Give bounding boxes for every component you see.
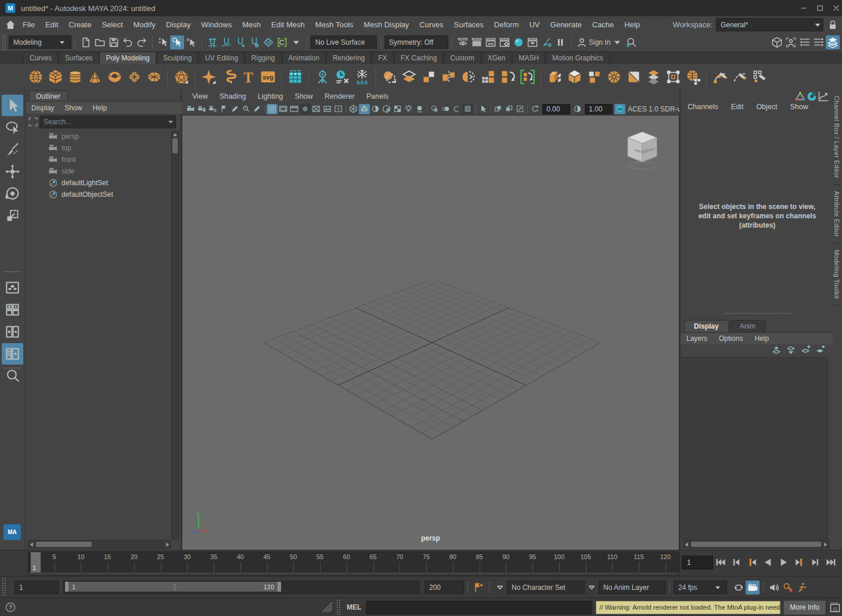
exposure-icon[interactable] [530,104,541,114]
side-tab-attribute-editor[interactable]: Attribute Editor [833,185,841,244]
film-gate-icon[interactable] [278,104,289,114]
multi-cut-button[interactable] [517,67,537,88]
shelf-tab-surfaces[interactable]: Surfaces [59,52,99,64]
select-component-button[interactable] [184,35,198,49]
extrude-button[interactable] [545,67,564,88]
layer-hscroll-thumb[interactable] [691,542,821,547]
wireframe-icon[interactable] [348,104,359,114]
render-settings-button[interactable] [498,35,512,49]
viewport-panel[interactable]: ViewShadingLightingShowRendererPanels T … [182,90,678,550]
layer-tab-display[interactable]: Display [684,320,729,333]
make-live-button[interactable] [275,35,289,49]
step-forward-key-button[interactable] [791,554,807,570]
user-avatar[interactable]: MA [3,524,21,540]
motion-blur-icon[interactable] [440,104,451,114]
crop-region-icon[interactable] [514,104,526,114]
boolean-union-button[interactable] [379,67,399,88]
poly-cone-button[interactable] [85,67,105,88]
anim-layer-field[interactable]: No Anim Layer [599,581,666,594]
cached-playback-icon[interactable] [806,91,818,102]
out-scroll-up-icon[interactable] [172,131,178,138]
mirror-button[interactable] [458,67,478,88]
snap-projected-center-button[interactable] [247,35,261,49]
poly-cube-button[interactable] [45,67,65,88]
use-lights-icon[interactable] [403,104,414,114]
menu-help[interactable]: Help [619,16,645,33]
wireframe-on-shaded-icon[interactable] [381,104,392,114]
current-frame-marker[interactable]: 1 [31,552,41,575]
paint-select-tool-button[interactable] [2,139,23,160]
layer-menu-help[interactable]: Help [754,334,769,343]
shadows-icon[interactable] [414,104,425,114]
hud-icon[interactable]: T [333,104,344,114]
xray-icon[interactable] [492,104,503,114]
layer-tab-anim[interactable]: Anim [730,320,765,333]
outliner-vscroll-thumb[interactable] [172,138,178,153]
command-grip[interactable] [336,599,340,615]
gamma-field[interactable]: 1.00 [585,104,613,114]
resolution-gate-icon[interactable] [289,104,300,114]
character-set-field[interactable]: No Character Set [507,581,585,594]
bridge-button[interactable] [584,67,604,88]
view-cube[interactable]: FRONT RIGHT [622,128,663,171]
anim-preferences-icon[interactable] [795,581,809,595]
outliner-item-top[interactable]: top [26,142,172,154]
range-track[interactable]: 1 120 [63,581,420,594]
extract-button[interactable] [438,67,458,88]
outliner-item-defaultLightSet[interactable]: defaultLightSet [26,177,172,189]
sweep-mesh-button[interactable] [199,67,218,88]
speaker-icon[interactable] [767,581,781,595]
select-hierarchy-button[interactable] [156,35,170,49]
shelf-tab-xgen[interactable]: XGen [481,52,512,64]
select-object-button[interactable] [170,35,184,49]
freeze-transform-button[interactable]: 0,0,0 [352,67,372,88]
step-back-key-button[interactable] [744,554,760,570]
layer-hscrollbar[interactable] [683,540,829,549]
outliner-vscrollbar[interactable] [171,131,179,539]
type-tool-button[interactable]: T [238,67,258,88]
outliner-expand-icon[interactable] [27,116,39,128]
channel-box-toggle-button[interactable] [798,35,812,49]
undo-button[interactable] [121,35,135,49]
colorspace-value[interactable]: ACES 1.0 SDR-v [628,105,681,113]
flat-shade-icon[interactable] [370,104,381,114]
menu-create[interactable]: Create [63,16,96,33]
symmetry-field[interactable]: Symmetry: Off [384,35,448,49]
step-forward-frame-button[interactable] [807,554,823,570]
more-info-button[interactable]: More Info [783,600,826,615]
poly-cylinder-button[interactable] [65,67,85,88]
lasso-tool-button[interactable] [2,117,23,138]
side-tab-channel-box-layer-editor[interactable]: Channel Box / Layer Editor [833,90,841,185]
viewport-canvas[interactable]: FRONT RIGHT y persp [182,115,679,551]
outliner-item-defaultObjectSet[interactable]: defaultObjectSet [26,189,172,200]
open-scene-button[interactable] [93,35,107,49]
workspace-panels-button[interactable] [826,35,840,49]
menu-deform[interactable]: Deform [489,16,524,33]
go-to-end-button[interactable] [823,554,839,570]
menu-display[interactable]: Display [161,16,196,33]
fps-chevron-icon[interactable] [713,583,722,592]
menu-file[interactable]: File [17,16,40,33]
select-tool-button[interactable] [2,95,23,116]
layer-add-empty-icon[interactable] [798,344,812,356]
display-rendering-button[interactable] [512,35,526,49]
menu-uv[interactable]: UV [524,16,545,33]
viewport-menu-panels[interactable]: Panels [366,92,388,100]
select-camera-icon[interactable] [185,104,196,114]
search-input[interactable]: Search... [39,116,176,128]
new-scene-button[interactable] [79,35,93,49]
animation-end-field[interactable]: 200 [424,581,464,594]
image-plane-icon[interactable] [322,104,333,114]
snap-to-point-button[interactable] [233,35,247,49]
menu-modify[interactable]: Modify [128,16,161,33]
search-chevron-icon[interactable] [166,117,175,127]
edit-curve-tool-button[interactable] [750,67,769,88]
render-setup-button[interactable] [526,35,539,49]
poly-helix-button[interactable] [218,67,238,88]
append-polygon-button[interactable] [478,67,498,88]
annotate-icon[interactable] [251,104,262,114]
platonic-solid-button[interactable] [171,67,191,88]
pencil-curve-tool-button[interactable] [730,67,750,88]
menu-generate[interactable]: Generate [545,16,587,33]
layout-single-pane-button[interactable] [2,277,23,298]
